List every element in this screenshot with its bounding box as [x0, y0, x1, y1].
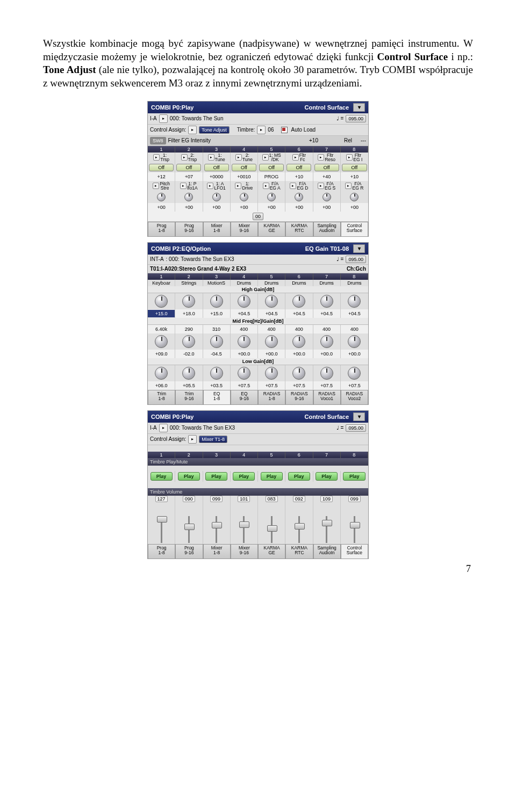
tab-karma-rtc[interactable]: KARMARTC [285, 544, 313, 559]
ch-label: Ch:Gch [347, 266, 366, 272]
tab-sampling-audioin[interactable]: SamplingAudioIn [313, 544, 341, 559]
tempo-label: ♩ = [336, 115, 344, 121]
rel-value: --- [361, 137, 366, 143]
off-button-row: Off Off Off Off Off Off Off Off [148, 163, 368, 172]
tab-radias-voco1[interactable]: RADIASVoco1 [313, 390, 341, 404]
high-gain-values: +15.0 +18.0 +15.0 +04.5 +04.5 +04.5 +04.… [148, 309, 368, 318]
low-gain-knobs [148, 365, 368, 381]
tab-control-surface[interactable]: ControlSurface [341, 544, 368, 559]
tab-eq-9-16[interactable]: EQ9-16 [231, 390, 258, 404]
tab-radias-1-8[interactable]: RADIAS1-8 [258, 390, 285, 404]
bank-next-icon[interactable]: ▸ [159, 424, 168, 432]
p-b1: Control Surface [377, 51, 448, 62]
tab-trim-9-16[interactable]: Trim9-16 [175, 390, 203, 404]
p-t2: i np.: [448, 51, 473, 62]
tab-radias-voco2[interactable]: RADIASVoco2 [341, 390, 368, 404]
sw8-badge: SW8 [150, 137, 166, 144]
titlebar: COMBI P0:Play Control Surface ▾ [148, 411, 368, 423]
value-row-1: +12 +07 +0000 +0010 PROG +10 +40 +10 [148, 172, 368, 181]
tab-karma-ge[interactable]: KARMAGE [258, 544, 285, 559]
program-name[interactable]: 000: Towards The Sun EX3 [170, 425, 334, 431]
tempo-value[interactable]: 095.00 [346, 115, 366, 122]
ca-next-icon[interactable]: ▸ [188, 126, 197, 134]
volume-slider[interactable]: 127 [148, 496, 175, 544]
tempo-label: ♩ = [336, 256, 344, 262]
high-gain-knobs [148, 293, 368, 309]
tempo-value[interactable]: 095.00 [346, 256, 366, 263]
mid-gain-values: +09.0 -02.0 -04.5 +00.0 +00.0 +00.0 +00.… [148, 350, 368, 358]
auto-load-label: Auto Load [291, 127, 316, 133]
tab-control-surface[interactable]: ControlSurface [341, 222, 368, 236]
tab-mixer-1-8[interactable]: Mixer1-8 [203, 544, 231, 559]
mid-gain-knobs [148, 334, 368, 350]
tab-prog-1-8[interactable]: Prog1-8 [148, 544, 175, 559]
control-assign-label: Control Assign: [150, 436, 186, 442]
play-mute-label: Timbre Play/Mute [148, 458, 368, 466]
program-name[interactable]: : 000: Towards The Sun EX3 [166, 256, 334, 262]
title-right: EQ Gain T01-08 [305, 245, 349, 252]
tab-mixer-1-8[interactable]: Mixer1-8 [203, 222, 231, 236]
p-t3: (ale nie tylko), pozwalającej na kontrol… [43, 64, 473, 89]
category-row: Keyboar Strings MotionS Drums Drums Drum… [148, 280, 368, 286]
tab-radias-9-16[interactable]: RADIAS9-16 [285, 390, 313, 404]
bank-label: I-A [150, 425, 157, 431]
tempo-value[interactable]: 095.00 [346, 424, 366, 432]
tab-prog-1-8[interactable]: Prog1-8 [148, 222, 175, 236]
ca-next-icon[interactable]: ▸ [188, 435, 197, 444]
screenshot-eq-option: COMBI P2:EQ/Option EQ Gain T01-08 ▾ INT-… [147, 242, 369, 405]
knob-row-2-knobs [148, 191, 368, 203]
auto-load-checkbox[interactable] [281, 127, 288, 133]
tab-karma-rtc[interactable]: KARMARTC [285, 222, 313, 236]
bank-next-icon[interactable]: ▸ [159, 114, 168, 123]
tab-sampling-audioin[interactable]: SamplingAudioIn [313, 222, 341, 236]
program-name[interactable]: 000: Towards The Sun [170, 115, 334, 121]
titlebar: COMBI P0:Play Control Surface ▾ [148, 102, 368, 113]
low-gain-label: Low Gain[dB] [148, 358, 368, 365]
control-assign-value[interactable]: Mixer T1-8 [199, 436, 227, 443]
bottom-tabs: Prog1-8 Prog9-16 Mixer1-8 Mixer9-16 KARM… [148, 544, 368, 559]
value-row-2: +00 +00 +00 +00 +00 +00 +00 +00 [148, 203, 368, 212]
mid-value[interactable]: 00 [253, 213, 263, 220]
column-header-row: 12345678 [148, 146, 368, 153]
control-assign-label: Control Assign: [150, 127, 186, 133]
knob-icon[interactable] [157, 193, 166, 201]
bank-label: I-A [150, 115, 157, 121]
timbre-value[interactable]: 06 [268, 127, 274, 133]
title-left: COMBI P0:Play [151, 104, 194, 111]
p-b2: Tone Adjust [43, 64, 96, 75]
bottom-tabs: Prog1-8 Prog9-16 Mixer1-8 Mixer9-16 KARM… [148, 222, 368, 236]
menu-chevron-icon[interactable]: ▾ [353, 412, 365, 421]
sw8-value: +10 [309, 137, 318, 143]
high-gain-label: High Gain[dB] [148, 286, 368, 293]
timbre-next-icon[interactable]: ▸ [257, 126, 266, 134]
rel-label: Rel [344, 137, 352, 143]
sw8-name: Filter EG Intensity [168, 137, 307, 143]
mid-freq-values: 6.40k 290 310 400 400 400 400 400 [148, 325, 368, 334]
tab-prog-9-16[interactable]: Prog9-16 [175, 222, 203, 236]
menu-chevron-icon[interactable]: ▾ [353, 244, 365, 253]
tab-mixer-9-16[interactable]: Mixer9-16 [231, 544, 258, 559]
screenshot-tone-adjust: COMBI P0:Play Control Surface ▾ I-A ▸ 00… [147, 101, 369, 237]
sw-off-button[interactable]: Off [149, 164, 174, 171]
tab-mixer-9-16[interactable]: Mixer9-16 [231, 222, 258, 236]
page-number: 7 [43, 563, 473, 575]
menu-chevron-icon[interactable]: ▾ [353, 103, 365, 112]
knob-icon[interactable] [155, 295, 168, 308]
tempo-label: ♩ = [336, 425, 344, 431]
tab-prog-9-16[interactable]: Prog9-16 [175, 544, 203, 559]
tab-trim-1-8[interactable]: Trim1-8 [148, 390, 175, 404]
param-next-icon[interactable]: ▸ [153, 154, 160, 161]
knob-row-1-labels: ▸1:Trsp ▸2:Trsp ▸1:Tune ▸2:Tune ▸1: MS/D… [148, 153, 368, 163]
titlebar: COMBI P2:EQ/Option EQ Gain T01-08 ▾ [148, 243, 368, 255]
play-button-row: Play Play Play Play Play Play Play Play [148, 469, 368, 484]
play-button[interactable]: Play [150, 472, 173, 481]
bank-label: INT-A [150, 256, 164, 262]
title-right: Control Surface [304, 104, 349, 111]
knob-row-2-labels: ▸PitchStre ▸1: Plfo1A ▸1: ALFO1 ▸1:Drive… [148, 181, 368, 191]
tab-eq-1-8[interactable]: EQ1-8 [203, 390, 231, 404]
control-assign-value[interactable]: Tone Adjust [199, 126, 230, 134]
t01-label: T01:I-A020:Stereo Grand 4-Way 2 EX3 [150, 266, 345, 272]
bottom-tabs: Trim1-8 Trim9-16 EQ1-8 EQ9-16 RADIAS1-8 … [148, 390, 368, 404]
timbre-label: Timbre: [237, 127, 255, 133]
tab-karma-ge[interactable]: KARMAGE [258, 222, 285, 236]
